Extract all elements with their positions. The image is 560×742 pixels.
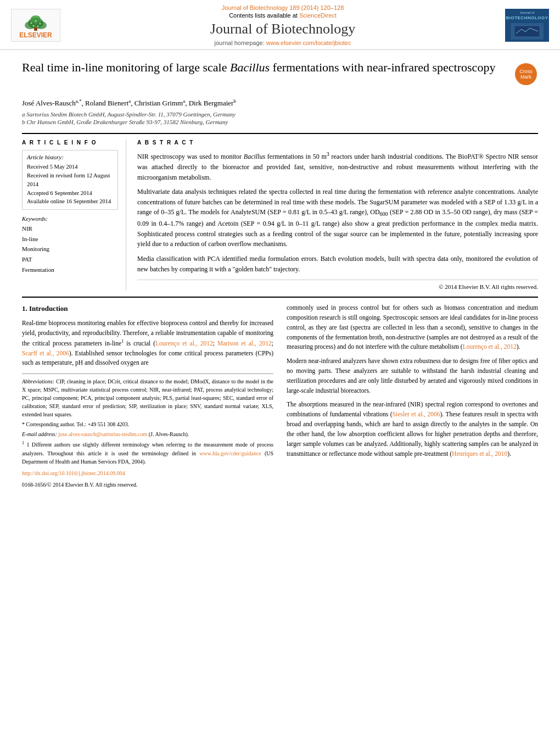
homepage-url[interactable]: www.elsevier.com/locate/jbiotec — [266, 40, 351, 46]
svg-point-5 — [31, 22, 32, 24]
svg-text:Cross: Cross — [519, 69, 533, 74]
article-info-column: A R T I C L E I N F O Article history: R… — [22, 140, 126, 290]
keyword-fermentation: Fermentation — [22, 265, 118, 275]
ref-lourenco-2012a[interactable]: Lourenço et al., 2012 — [155, 340, 213, 347]
footnote-1-line: 1 1 Different authors use slightly diffe… — [22, 440, 273, 465]
header-center: Journal of Biotechnology 189 (2014) 120–… — [60, 4, 505, 46]
ref-lourenco-2012b[interactable]: Lourenço et al., 2012 — [463, 343, 517, 350]
intro-para-2: commonly used in process control but for… — [287, 303, 538, 352]
intro-para-1: Real-time bioprocess monitoring enables … — [22, 319, 273, 368]
copyright: © 2014 Elsevier B.V. All rights reserved… — [137, 280, 538, 290]
abbreviations-line: Abbreviations: CIP, cleaning in place; D… — [22, 377, 273, 419]
journal-homepage: journal homepage: www.elsevier.com/locat… — [71, 40, 494, 46]
keyword-nir: NIR — [22, 224, 118, 234]
body-divider — [22, 297, 538, 298]
email-label: E-mail address: — [22, 431, 57, 437]
ref-siesler-2006[interactable]: Siesler et al., 2006 — [393, 411, 440, 417]
email-line: E-mail address: jose.alves-rausch@sartor… — [22, 430, 273, 438]
svg-point-6 — [35, 20, 37, 21]
page: ELSEVIER Journal of Biotechnology 189 (2… — [0, 0, 560, 742]
affiliation-b: b Chr Hansen GmbH, Große Drakenburger St… — [22, 119, 538, 125]
elsevier-logo: ELSEVIER — [11, 9, 60, 42]
keyword-pat: PAT — [22, 254, 118, 265]
homepage-label: journal homepage: — [215, 40, 265, 46]
ref-scarff-2006[interactable]: Scarff et al., 2006 — [22, 350, 69, 356]
available-date: Available online 16 September 2014 — [27, 197, 113, 206]
keyword-monitoring: Monitoring — [22, 244, 118, 254]
article-info-heading: A R T I C L E I N F O — [22, 140, 118, 146]
abbreviations-text: CIP, cleaning in place; DCrit, critical … — [22, 378, 273, 417]
email-link[interactable]: jose.alves-rausch@sartorius-stedim.com — [58, 431, 147, 437]
abstract-text: NIR spectroscopy was used to monitor Bac… — [137, 150, 538, 274]
journal-header: ELSEVIER Journal of Biotechnology 189 (2… — [0, 0, 560, 50]
ref-henriques-2010[interactable]: Henriques et al., 2010 — [452, 450, 507, 457]
corresponding-line: * Corresponding author. Tel.: +49 551 30… — [22, 420, 273, 428]
footnotes: Abbreviations: CIP, cleaning in place; D… — [22, 373, 273, 488]
history-label: Article history: — [27, 154, 113, 160]
corresponding-label: * Corresponding author. Tel.: +49 551 30… — [22, 421, 129, 427]
journal-volume-info: Journal of Biotechnology 189 (2014) 120–… — [71, 4, 494, 11]
authors-line: José Alves-Rauscha,*, Roland Bienerta, C… — [22, 98, 538, 108]
logo-line2: BIOTECHNOLOGY — [506, 15, 548, 21]
revised-date: Received in revised form 12 August 2014 — [27, 171, 113, 189]
svg-point-8 — [33, 25, 35, 26]
journal-logo: Journal of BIOTECHNOLOGY — [505, 9, 549, 42]
affiliations: a Sartorius Stedim Biotech GmbH, August-… — [22, 111, 538, 125]
elsevier-wordmark: ELSEVIER — [19, 31, 52, 39]
article-title-section: Real time in-line monitoring of large sc… — [22, 60, 538, 93]
intro-heading: 1. Introduction — [22, 303, 273, 314]
svg-point-9 — [37, 25, 39, 27]
article-title: Real time in-line monitoring of large sc… — [22, 60, 514, 76]
intro-para-4: The absorptions measured in the near-inf… — [287, 400, 538, 459]
abstract-heading: A B S T R A C T — [137, 140, 538, 146]
keyword-list: NIR In-line Monitoring PAT Fermentation — [22, 224, 118, 275]
svg-rect-4 — [34, 27, 37, 31]
sciencedirect-link[interactable]: ScienceDirect — [299, 12, 337, 19]
body-left-column: 1. Introduction Real-time bioprocess mon… — [22, 303, 273, 490]
crossmark-badge[interactable]: Cross Mark — [514, 62, 538, 88]
logo-line1: Journal of — [506, 11, 548, 15]
contents-text: Contents lists available at — [229, 12, 298, 19]
main-content: Real time in-line monitoring of large sc… — [0, 50, 560, 742]
affiliation-a: a Sartorius Stedim Biotech GmbH, August-… — [22, 111, 538, 118]
keywords-section: Keywords: NIR In-line Monitoring PAT Fer… — [22, 215, 118, 275]
email-suffix: (J. Alves-Rausch). — [149, 431, 189, 437]
abstract-para-1: NIR spectroscopy was used to monitor Bac… — [137, 150, 538, 182]
abstract-section: A B S T R A C T NIR spectroscopy was use… — [137, 140, 538, 290]
svg-text:Mark: Mark — [520, 74, 531, 80]
issn-line: 0168-1656/© 2014 Elsevier B.V. All right… — [22, 481, 273, 489]
svg-point-7 — [40, 23, 41, 24]
accepted-date: Accepted 6 September 2014 — [27, 189, 113, 198]
contents-line: Contents lists available at ScienceDirec… — [71, 12, 494, 19]
doi-link[interactable]: http://dx.doi.org/10.1016/j.jbiotec.2014… — [22, 470, 125, 476]
ref-marison-2012[interactable]: Marison et al., 2012 — [217, 340, 272, 347]
abstract-para-2: Multivariate data analysis techniques re… — [137, 187, 538, 249]
info-abstract-section: A R T I C L E I N F O Article history: R… — [22, 133, 538, 290]
doi-line: http://dx.doi.org/10.1016/j.jbiotec.2014… — [22, 469, 273, 477]
keyword-inline: In-line — [22, 234, 118, 244]
intro-para-3: Modern near-infrared analyzers have show… — [287, 356, 538, 395]
abstract-para-3: Media classification with PCA identified… — [137, 254, 538, 274]
svg-rect-10 — [514, 26, 540, 37]
keywords-label: Keywords: — [22, 215, 118, 222]
abbreviations-label: Abbreviations: — [22, 378, 54, 384]
body-right-column: commonly used in process control but for… — [287, 303, 538, 490]
fda-link[interactable]: www.fda.gov/cder/guidance — [199, 450, 261, 456]
article-history-box: Article history: Received 5 May 2014 Rec… — [22, 150, 118, 210]
body-columns: 1. Introduction Real-time bioprocess mon… — [22, 303, 538, 490]
received-date: Received 5 May 2014 — [27, 163, 113, 171]
journal-title: Journal of Biotechnology — [71, 21, 494, 37]
